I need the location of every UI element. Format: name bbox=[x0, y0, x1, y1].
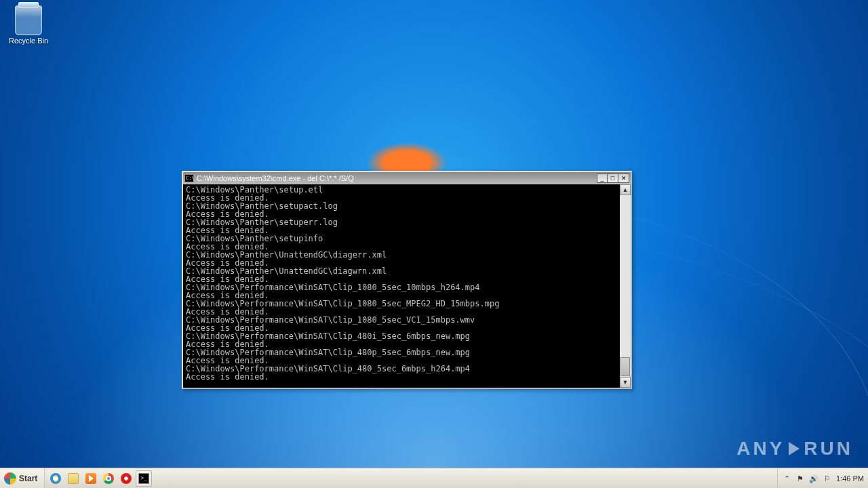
maximize-button[interactable]: □ bbox=[608, 174, 618, 183]
taskbar-item-opera[interactable] bbox=[118, 470, 134, 487]
cmd-icon bbox=[138, 473, 149, 484]
start-label: Start bbox=[19, 469, 37, 488]
cmd-title-text: C:\Windows\system32\cmd.exe - del C:\*.*… bbox=[197, 174, 597, 182]
opera-icon bbox=[121, 473, 132, 484]
cmd-output[interactable]: C:\Windows\Panther\setup.etl Access is d… bbox=[183, 184, 620, 388]
watermark-text-left: ANY bbox=[736, 439, 785, 458]
minimize-button[interactable]: _ bbox=[597, 174, 608, 183]
close-button[interactable]: ✕ bbox=[618, 174, 629, 183]
windows-logo-icon bbox=[4, 472, 16, 485]
recycle-bin-icon bbox=[15, 5, 42, 35]
scroll-up-button[interactable]: ▲ bbox=[620, 184, 631, 195]
cmd-title-icon bbox=[184, 174, 194, 182]
quicklaunch-bar bbox=[45, 468, 155, 488]
desktop-icon-label: Recycle Bin bbox=[5, 37, 52, 45]
taskbar-item-google-chrome[interactable] bbox=[100, 470, 117, 487]
cmd-window[interactable]: C:\Windows\system32\cmd.exe - del C:\*.*… bbox=[182, 171, 632, 389]
scroll-track[interactable] bbox=[620, 195, 631, 377]
anyrun-watermark: ANY RUN bbox=[736, 439, 853, 458]
media-player-icon bbox=[85, 473, 96, 484]
google-chrome-icon bbox=[103, 473, 114, 484]
scroll-thumb[interactable] bbox=[620, 357, 630, 376]
start-button[interactable]: Start bbox=[0, 468, 45, 488]
cmd-titlebar[interactable]: C:\Windows\system32\cmd.exe - del C:\*.*… bbox=[183, 172, 631, 184]
show-hidden-icons-button[interactable]: ⌃ bbox=[782, 474, 791, 483]
internet-explorer-icon bbox=[50, 473, 61, 484]
watermark-text-right: RUN bbox=[804, 439, 853, 458]
taskbar-clock[interactable]: 1:46 PM bbox=[836, 469, 864, 488]
play-icon bbox=[789, 442, 800, 455]
action-center-icon[interactable]: ⚑ bbox=[795, 474, 805, 483]
desktop-icon-recycle-bin[interactable]: Recycle Bin bbox=[5, 5, 52, 45]
scroll-down-button[interactable]: ▼ bbox=[620, 377, 631, 388]
volume-icon[interactable]: 🔊 bbox=[809, 474, 818, 483]
taskbar-item-file-explorer[interactable] bbox=[65, 470, 81, 487]
cmd-scrollbar[interactable]: ▲ ▼ bbox=[620, 184, 631, 388]
taskbar-item-cmd[interactable] bbox=[136, 470, 152, 487]
cmd-body: C:\Windows\Panther\setup.etl Access is d… bbox=[183, 184, 631, 388]
taskbar[interactable]: Start ⌃ ⚑ 🔊 ⚐ 1:46 PM bbox=[0, 468, 868, 488]
cmd-titlebar-buttons: _ □ ✕ bbox=[597, 174, 629, 183]
desktop-wallpaper[interactable]: Recycle Bin C:\Windows\system32\cmd.exe … bbox=[0, 0, 868, 488]
taskbar-item-media-player[interactable] bbox=[83, 470, 99, 487]
system-tray: ⌃ ⚑ 🔊 ⚐ 1:46 PM bbox=[777, 468, 868, 488]
taskbar-item-internet-explorer[interactable] bbox=[47, 470, 64, 487]
notification-flag-icon[interactable]: ⚐ bbox=[823, 474, 832, 483]
file-explorer-icon bbox=[68, 473, 79, 484]
